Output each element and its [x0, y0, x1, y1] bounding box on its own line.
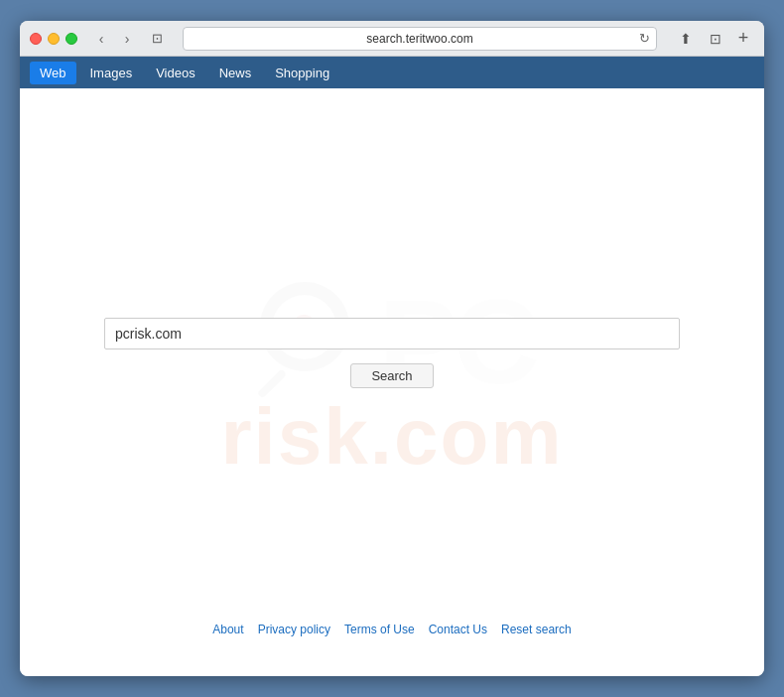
search-input[interactable] — [104, 318, 680, 349]
new-tab-button[interactable]: + — [732, 28, 754, 50]
search-button[interactable]: Search — [350, 363, 433, 388]
refresh-button[interactable]: ↻ — [639, 31, 650, 46]
url-text: search.teritwoo.com — [366, 32, 472, 46]
address-bar-container: search.teritwoo.com ↻ — [183, 27, 657, 51]
footer-link-terms[interactable]: Terms of Use — [344, 623, 415, 636]
titlebar: ‹ › ⊡ search.teritwoo.com ↻ ⬆ ⊡ + — [20, 21, 764, 57]
maximize-button[interactable] — [65, 33, 77, 45]
close-button[interactable] — [30, 33, 42, 45]
tab-images[interactable]: Images — [80, 62, 143, 84]
traffic-lights — [30, 33, 77, 45]
address-bar[interactable]: search.teritwoo.com ↻ — [183, 27, 657, 51]
titlebar-right: ⬆ ⊡ + — [673, 27, 754, 51]
browser-content: PC risk.com Search About Privacy policy … — [20, 88, 764, 676]
share-button[interactable]: ⬆ — [673, 27, 699, 51]
tab-shopping[interactable]: Shopping — [265, 62, 339, 84]
search-container: Search — [104, 318, 680, 388]
watermark-bottom-text: risk.com — [220, 391, 563, 483]
sidebar-button[interactable]: ⊡ — [703, 27, 728, 51]
nav-tabs: Web Images Videos News Shopping — [20, 57, 764, 88]
tab-view-button[interactable]: ⊡ — [143, 27, 171, 51]
tab-web[interactable]: Web — [30, 62, 76, 84]
browser-window: ‹ › ⊡ search.teritwoo.com ↻ ⬆ ⊡ + Web Im… — [20, 21, 764, 676]
footer-link-contact[interactable]: Contact Us — [429, 623, 487, 636]
minimize-button[interactable] — [48, 33, 60, 45]
tab-news[interactable]: News — [209, 62, 262, 84]
footer-link-reset[interactable]: Reset search — [501, 623, 572, 636]
footer-link-privacy[interactable]: Privacy policy — [258, 623, 330, 636]
forward-button[interactable]: › — [115, 27, 139, 51]
tab-videos[interactable]: Videos — [146, 62, 205, 84]
nav-buttons: ‹ › ⊡ — [89, 27, 171, 51]
back-button[interactable]: ‹ — [89, 27, 113, 51]
footer-links: About Privacy policy Terms of Use Contac… — [20, 623, 764, 636]
footer-link-about[interactable]: About — [212, 623, 243, 636]
